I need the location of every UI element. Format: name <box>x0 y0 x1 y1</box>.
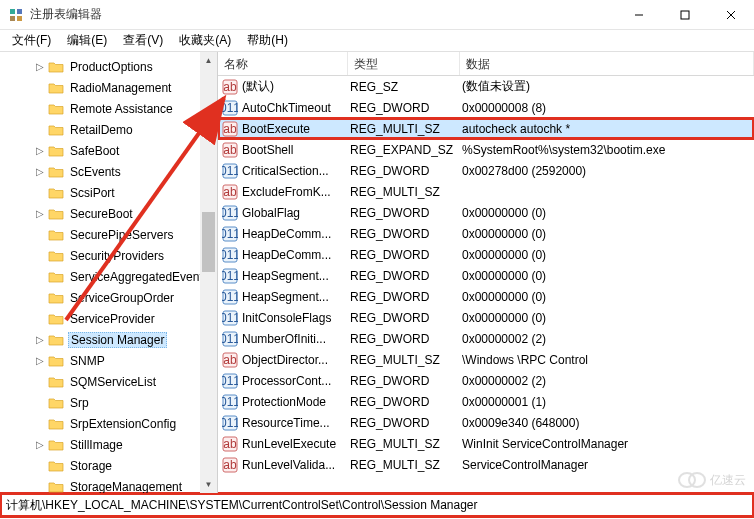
value-data: 0x00000008 (8) <box>462 101 754 115</box>
tree-item-label: ProductOptions <box>68 60 155 74</box>
folder-icon <box>48 354 64 368</box>
expand-icon[interactable]: ▷ <box>34 145 46 156</box>
list-row[interactable]: abRunLevelExecuteREG_MULTI_SZWinInit Ser… <box>218 433 754 454</box>
scroll-thumb[interactable] <box>202 212 215 272</box>
expand-icon[interactable]: ▷ <box>34 334 46 345</box>
tree-item[interactable]: ServiceAggregatedEvents <box>0 266 217 287</box>
tree-item-label: SafeBoot <box>68 144 121 158</box>
tree-item[interactable]: ServiceProvider <box>0 308 217 329</box>
tree-item[interactable]: ▷Session Manager <box>0 329 217 350</box>
list-row[interactable]: ab(默认)REG_SZ(数值未设置) <box>218 76 754 97</box>
value-data: 0x00000002 (2) <box>462 332 754 346</box>
expand-icon[interactable]: ▷ <box>34 439 46 450</box>
list-row[interactable]: 011HeapDeComm...REG_DWORD0x00000000 (0) <box>218 244 754 265</box>
value-type: REG_DWORD <box>350 206 462 220</box>
scroll-down-icon[interactable]: ▼ <box>200 476 217 493</box>
value-type: REG_SZ <box>350 80 462 94</box>
list-row[interactable]: abBootExecuteREG_MULTI_SZautocheck autoc… <box>218 118 754 139</box>
folder-icon <box>48 186 64 200</box>
list-row[interactable]: 011ResourceTime...REG_DWORD0x0009e340 (6… <box>218 412 754 433</box>
expand-icon[interactable]: ▷ <box>34 355 46 366</box>
tree-item[interactable]: ServiceGroupOrder <box>0 287 217 308</box>
tree-scrollbar[interactable]: ▲ ▼ <box>200 52 217 493</box>
tree-item[interactable]: RadioManagement <box>0 77 217 98</box>
value-data: WinInit ServiceControlManager <box>462 437 754 451</box>
value-data: \Windows \RPC Control <box>462 353 754 367</box>
tree-item[interactable]: ▷StillImage <box>0 434 217 455</box>
tree-item[interactable]: ▷ScEvents <box>0 161 217 182</box>
binary-value-icon: 011 <box>222 247 238 263</box>
tree-item[interactable]: ▷SafeBoot <box>0 140 217 161</box>
list-row[interactable]: abBootShellREG_EXPAND_SZ%SystemRoot%\sys… <box>218 139 754 160</box>
menu-edit[interactable]: 编辑(E) <box>59 30 115 51</box>
tree-item[interactable]: Srp <box>0 392 217 413</box>
tree-item[interactable]: ▷ProductOptions <box>0 56 217 77</box>
tree-item[interactable]: SecurityProviders <box>0 245 217 266</box>
tree: ▷ProductOptionsRadioManagementRemote Ass… <box>0 52 217 493</box>
value-type: REG_DWORD <box>350 311 462 325</box>
list-pane[interactable]: 名称 类型 数据 ab(默认)REG_SZ(数值未设置)011AutoChkTi… <box>218 52 754 493</box>
menu-help[interactable]: 帮助(H) <box>239 30 296 51</box>
expand-icon[interactable]: ▷ <box>34 61 46 72</box>
tree-item[interactable]: ▷SNMP <box>0 350 217 371</box>
tree-item-label: Remote Assistance <box>68 102 175 116</box>
svg-rect-1 <box>17 9 22 14</box>
svg-rect-5 <box>681 11 689 19</box>
value-name: RunLevelValida... <box>242 458 350 472</box>
tree-item[interactable]: SecurePipeServers <box>0 224 217 245</box>
column-data[interactable]: 数据 <box>460 52 754 75</box>
column-name[interactable]: 名称 <box>218 52 348 75</box>
tree-item[interactable]: SrpExtensionConfig <box>0 413 217 434</box>
folder-icon <box>48 60 64 74</box>
value-data: 0x00000002 (2) <box>462 374 754 388</box>
svg-text:ab: ab <box>223 122 237 136</box>
list-row[interactable]: 011CriticalSection...REG_DWORD0x00278d00… <box>218 160 754 181</box>
value-type: REG_MULTI_SZ <box>350 437 462 451</box>
scroll-up-icon[interactable]: ▲ <box>200 52 217 69</box>
tree-item[interactable]: StorageManagement <box>0 476 217 493</box>
tree-item[interactable]: ▷SecureBoot <box>0 203 217 224</box>
menu-view[interactable]: 查看(V) <box>115 30 171 51</box>
svg-text:ab: ab <box>223 353 237 367</box>
list-row[interactable]: 011GlobalFlagREG_DWORD0x00000000 (0) <box>218 202 754 223</box>
list-row[interactable]: 011InitConsoleFlagsREG_DWORD0x00000000 (… <box>218 307 754 328</box>
tree-item-label: ServiceGroupOrder <box>68 291 176 305</box>
value-name: HeapDeComm... <box>242 248 350 262</box>
tree-item[interactable]: Remote Assistance <box>0 98 217 119</box>
string-value-icon: ab <box>222 142 238 158</box>
tree-item[interactable]: SQMServiceList <box>0 371 217 392</box>
menu-file[interactable]: 文件(F) <box>4 30 59 51</box>
menu-favorites[interactable]: 收藏夹(A) <box>171 30 239 51</box>
close-button[interactable] <box>708 0 754 30</box>
list-row[interactable]: abRunLevelValida...REG_MULTI_SZServiceCo… <box>218 454 754 475</box>
tree-item-label: SecureBoot <box>68 207 135 221</box>
tree-item[interactable]: RetailDemo <box>0 119 217 140</box>
value-name: AutoChkTimeout <box>242 101 350 115</box>
list-row[interactable]: 011HeapSegment...REG_DWORD0x00000000 (0) <box>218 286 754 307</box>
expand-icon[interactable]: ▷ <box>34 208 46 219</box>
list-row[interactable]: abExcludeFromK...REG_MULTI_SZ <box>218 181 754 202</box>
folder-icon <box>48 207 64 221</box>
tree-pane[interactable]: ▷ProductOptionsRadioManagementRemote Ass… <box>0 52 218 493</box>
minimize-button[interactable] <box>616 0 662 30</box>
expand-icon[interactable]: ▷ <box>34 166 46 177</box>
value-type: REG_DWORD <box>350 395 462 409</box>
folder-icon <box>48 228 64 242</box>
list-row[interactable]: 011ProcessorCont...REG_DWORD0x00000002 (… <box>218 370 754 391</box>
maximize-button[interactable] <box>662 0 708 30</box>
list-row[interactable]: 011HeapSegment...REG_DWORD0x00000000 (0) <box>218 265 754 286</box>
list-row[interactable]: 011HeapDeComm...REG_DWORD0x00000000 (0) <box>218 223 754 244</box>
folder-icon <box>48 291 64 305</box>
tree-item[interactable]: Storage <box>0 455 217 476</box>
list-row[interactable]: abObjectDirector...REG_MULTI_SZ\Windows … <box>218 349 754 370</box>
column-type[interactable]: 类型 <box>348 52 460 75</box>
tree-item[interactable]: ScsiPort <box>0 182 217 203</box>
folder-icon <box>48 312 64 326</box>
svg-text:011: 011 <box>222 311 238 325</box>
menubar: 文件(F) 编辑(E) 查看(V) 收藏夹(A) 帮助(H) <box>0 30 754 52</box>
value-type: REG_DWORD <box>350 269 462 283</box>
list-row[interactable]: 011AutoChkTimeoutREG_DWORD0x00000008 (8) <box>218 97 754 118</box>
list-row[interactable]: 011ProtectionModeREG_DWORD0x00000001 (1) <box>218 391 754 412</box>
list-row[interactable]: 011NumberOfIniti...REG_DWORD0x00000002 (… <box>218 328 754 349</box>
value-data: %SystemRoot%\system32\bootim.exe <box>462 143 754 157</box>
